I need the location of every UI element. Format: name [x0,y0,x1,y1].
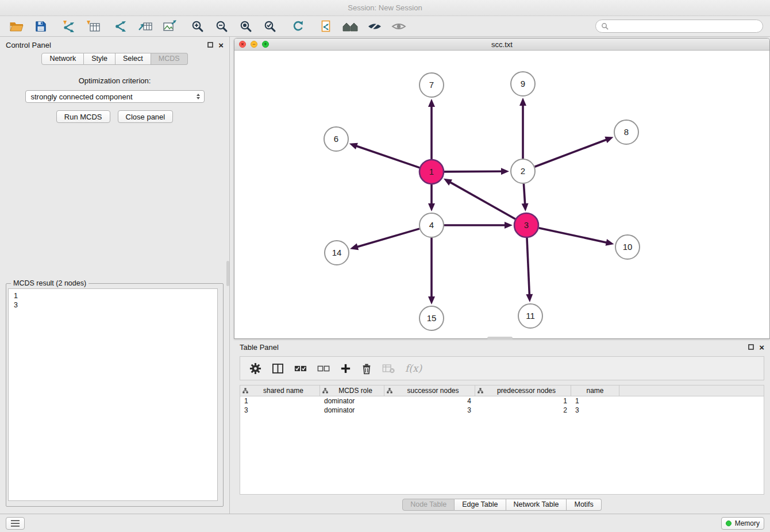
criterion-select[interactable]: strongly connected component [25,90,205,103]
graph-edge-arrowhead [428,99,435,107]
select-all-button[interactable] [294,365,307,372]
table-row[interactable]: 3 dominator 3 2 3 [240,406,764,415]
column-header-shared-name[interactable]: shared name [240,385,320,396]
tab-motifs[interactable]: Motifs [567,499,601,511]
new-network-button[interactable] [111,18,130,34]
zoom-selected-button[interactable] [260,18,279,34]
add-column-button[interactable] [340,363,351,374]
save-session-button[interactable] [31,18,50,34]
table-header-row: shared name MCDS role successor nodes pr… [240,385,764,396]
column-header-predecessor-nodes[interactable]: predecessor nodes [475,385,571,396]
cell-mcds-role[interactable]: dominator [320,396,384,406]
import-network-button[interactable] [59,18,78,34]
export-image-button[interactable] [160,18,179,34]
float-table-panel-icon[interactable] [748,344,754,350]
deselect-all-button[interactable] [317,365,330,372]
table-settings-button[interactable] [249,363,261,375]
graph-edge-1-2[interactable] [444,171,502,172]
splitter-handle-vertical[interactable] [226,261,229,286]
graph-edge-1-6[interactable] [356,146,419,168]
save-floppy-icon [34,20,47,33]
minimize-window-button[interactable]: − [251,41,257,48]
column-header-mcds-role[interactable]: MCDS role [320,385,384,396]
table-panel-header: Table Panel × [234,339,770,355]
tab-mcds[interactable]: MCDS [151,53,188,65]
graph-node-label: 11 [526,311,535,321]
close-panel-icon[interactable]: × [218,41,224,49]
cell-predecessor-nodes[interactable]: 1 [475,396,571,406]
network-canvas[interactable]: 7968124314101511 [234,51,769,338]
open-session-button[interactable] [7,18,26,34]
hide-elements-button[interactable] [365,18,384,34]
toolbar-group-view [317,18,408,34]
graph-node-label: 15 [427,313,437,323]
memory-label: Memory [735,519,760,527]
graph-edge-3-10[interactable] [539,228,607,243]
close-window-button[interactable]: × [239,41,246,48]
graph-node-label: 14 [332,248,342,257]
task-history-button[interactable] [6,517,25,530]
table-row[interactable]: 1 dominator 4 1 1 [240,396,764,406]
search-field[interactable] [595,20,763,33]
graph-edge-3-1[interactable] [449,182,515,219]
cell-predecessor-nodes[interactable]: 2 [475,406,571,415]
network-window: scc.txt × − + 7968124314101511 [234,38,770,339]
graph-edge-2-3[interactable] [523,184,525,205]
column-header-name[interactable]: name [571,385,619,396]
run-mcds-button[interactable]: Run MCDS [56,110,110,123]
graph-node-label: 10 [623,242,633,252]
zoom-fit-button[interactable] [236,18,255,34]
float-panel-icon[interactable] [207,42,213,48]
delete-column-icon [382,363,395,374]
tab-style[interactable]: Style [84,53,116,65]
close-table-panel-icon[interactable]: × [759,343,764,352]
graph-edge-2-8[interactable] [535,140,607,167]
tab-select[interactable]: Select [116,53,151,65]
main-area: Control Panel × Network Style Select MCD… [0,37,770,514]
split-panel-button[interactable] [272,363,284,374]
close-panel-button[interactable]: Close panel [118,110,174,123]
memory-button[interactable]: Memory [721,517,764,530]
splitter-handle-horizontal[interactable] [487,337,513,340]
network-window-titlebar: scc.txt × − + [234,38,769,51]
table-panel-title: Table Panel [240,343,279,352]
cell-successor-nodes[interactable]: 4 [384,396,475,406]
cell-mcds-role[interactable]: dominator [320,406,384,415]
graph-edge-3-11[interactable] [527,238,529,295]
maximize-window-button[interactable]: + [262,41,269,48]
graph-node-label: 4 [429,220,434,230]
function-builder-button[interactable]: f(x) [405,363,422,374]
tab-node-table[interactable]: Node Table [402,499,455,511]
cell-name[interactable]: 1 [571,396,619,406]
zoom-fit-icon [239,20,253,33]
copy-network-button[interactable] [317,18,336,34]
deselect-all-icon [317,365,330,372]
graph-edge-4-14[interactable] [357,229,419,247]
mcds-result-list[interactable]: 1 3 [8,288,218,501]
delete-column-button[interactable] [382,363,395,374]
network-overview-button[interactable] [341,18,360,34]
cell-name[interactable]: 3 [571,406,619,415]
delete-row-button[interactable] [361,363,372,375]
tab-edge-table[interactable]: Edge Table [455,499,506,511]
cell-shared-name[interactable]: 3 [240,406,320,415]
tab-network[interactable]: Network [41,53,84,65]
import-table-button[interactable] [83,18,102,34]
graph-edge-arrowhead [428,203,435,211]
search-input[interactable] [612,22,757,30]
status-bar: Memory [0,514,770,532]
cell-successor-nodes[interactable]: 3 [384,406,475,415]
refresh-view-button[interactable] [288,18,307,34]
zoom-in-icon [191,20,205,33]
plus-icon [340,363,351,374]
column-header-successor-nodes[interactable]: successor nodes [384,385,475,396]
show-elements-button[interactable] [389,18,408,34]
add-table-button[interactable] [136,18,155,34]
tab-network-table[interactable]: Network Table [506,499,567,511]
cell-shared-name[interactable]: 1 [240,396,320,406]
zoom-out-button[interactable] [212,18,231,34]
network-graph: 7968124314101511 [234,51,769,339]
zoom-in-button[interactable] [188,18,207,34]
control-panel: Control Panel × Network Style Select MCD… [0,37,230,514]
mcds-result-title: MCDS result (2 nodes) [11,279,88,287]
